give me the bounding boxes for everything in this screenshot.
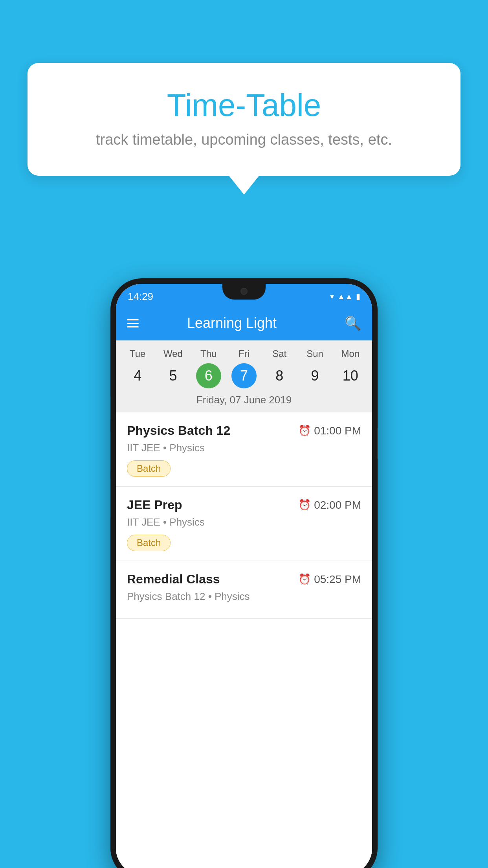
schedule-item-title: JEE Prep — [127, 498, 182, 512]
silent-button — [110, 479, 111, 518]
time-value: 05:25 PM — [314, 573, 361, 586]
phone-screen: 14:29 ▾ ▲▲ ▮ Learning Light 🔍 — [116, 284, 372, 868]
app-title: Learning Light — [148, 315, 316, 331]
schedule-item-meta: Physics Batch 12 • Physics — [127, 590, 361, 603]
batch-tag: Batch — [127, 535, 171, 551]
power-button — [377, 428, 378, 459]
day-name-label: Thu — [200, 348, 216, 359]
day-number-label: 9 — [303, 363, 328, 388]
clock-icon: ⏰ — [298, 499, 311, 511]
schedule-item[interactable]: Physics Batch 12 ⏰ 01:00 PM IIT JEE • Ph… — [116, 412, 372, 487]
day-name-label: Sun — [306, 348, 323, 359]
calendar-day-7[interactable]: Fri7 — [227, 348, 261, 388]
day-number-label: 5 — [160, 363, 185, 388]
phone-frame: 14:29 ▾ ▲▲ ▮ Learning Light 🔍 — [110, 278, 378, 868]
hamburger-menu-button[interactable] — [127, 319, 139, 327]
calendar-day-9[interactable]: Sun9 — [299, 348, 332, 388]
schedule-list: Physics Batch 12 ⏰ 01:00 PM IIT JEE • Ph… — [116, 412, 372, 868]
schedule-item-time: ⏰ 05:25 PM — [298, 573, 361, 586]
calendar-day-6[interactable]: Thu6 — [192, 348, 225, 388]
schedule-item-header: JEE Prep ⏰ 02:00 PM — [127, 498, 361, 512]
day-name-label: Mon — [341, 348, 360, 359]
day-number-label: 7 — [231, 363, 257, 388]
day-number-label: 6 — [196, 363, 221, 388]
tooltip-card: Time-Table track timetable, upcoming cla… — [28, 63, 460, 176]
day-name-label: Wed — [163, 348, 183, 359]
day-name-label: Fri — [238, 348, 250, 359]
schedule-item-header: Physics Batch 12 ⏰ 01:00 PM — [127, 423, 361, 438]
notch — [222, 284, 266, 300]
days-row: Tue4Wed5Thu6Fri7Sat8Sun9Mon10 — [116, 348, 372, 388]
batch-tag: Batch — [127, 460, 171, 477]
front-camera — [240, 288, 248, 295]
schedule-item[interactable]: JEE Prep ⏰ 02:00 PM IIT JEE • Physics Ba… — [116, 487, 372, 561]
status-time: 14:29 — [128, 291, 153, 303]
day-number-label: 10 — [338, 363, 363, 388]
day-name-label: Tue — [130, 348, 145, 359]
schedule-item-title: Remedial Class — [127, 572, 220, 587]
selected-date-label: Friday, 07 June 2019 — [116, 388, 372, 412]
schedule-item-header: Remedial Class ⏰ 05:25 PM — [127, 572, 361, 587]
schedule-item-meta: IIT JEE • Physics — [127, 516, 361, 528]
volume-down-button — [110, 432, 111, 471]
time-value: 02:00 PM — [314, 499, 361, 511]
app-bar: Learning Light 🔍 — [116, 306, 372, 340]
volume-up-button — [110, 396, 111, 420]
status-icons: ▾ ▲▲ ▮ — [330, 292, 360, 301]
calendar-day-8[interactable]: Sat8 — [263, 348, 296, 388]
time-value: 01:00 PM — [314, 425, 361, 437]
day-number-label: 8 — [267, 363, 292, 388]
signal-icon: ▲▲ — [337, 292, 353, 301]
schedule-item-time: ⏰ 02:00 PM — [298, 499, 361, 511]
day-name-label: Sat — [272, 348, 286, 359]
schedule-item[interactable]: Remedial Class ⏰ 05:25 PM Physics Batch … — [116, 561, 372, 619]
clock-icon: ⏰ — [298, 425, 311, 437]
calendar-day-10[interactable]: Mon10 — [334, 348, 367, 388]
calendar-strip: Tue4Wed5Thu6Fri7Sat8Sun9Mon10 Friday, 07… — [116, 340, 372, 412]
calendar-day-4[interactable]: Tue4 — [121, 348, 154, 388]
search-icon[interactable]: 🔍 — [345, 315, 361, 331]
clock-icon: ⏰ — [298, 573, 311, 585]
calendar-day-5[interactable]: Wed5 — [156, 348, 189, 388]
schedule-item-meta: IIT JEE • Physics — [127, 442, 361, 454]
day-number-label: 4 — [125, 363, 150, 388]
wifi-icon: ▾ — [330, 292, 334, 301]
schedule-item-time: ⏰ 01:00 PM — [298, 425, 361, 437]
tooltip-subtitle: track timetable, upcoming classes, tests… — [51, 131, 437, 148]
battery-icon: ▮ — [356, 292, 360, 301]
tooltip-title: Time-Table — [51, 86, 437, 124]
schedule-item-title: Physics Batch 12 — [127, 423, 230, 438]
